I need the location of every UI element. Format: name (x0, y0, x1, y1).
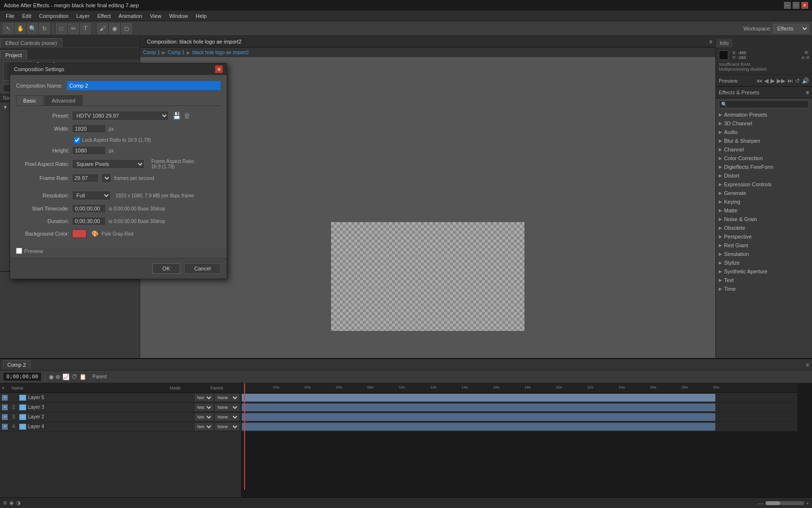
frame-rate-row: Frame Rate: ▼ frames per second (16, 173, 221, 183)
frame-rate-label: Frame Rate: (16, 175, 69, 181)
lock-aspect-row: Lock Aspect Ratio to 16:9 (1.78) (74, 137, 221, 143)
bg-color-name: Pale Gray-Red (102, 231, 133, 237)
pixel-aspect-label: Pixel Aspect Ratio: (16, 161, 69, 167)
preset-select[interactable]: HDTV 1080 29.97 (72, 111, 169, 120)
preview-checkbox-label: Preview (24, 248, 43, 254)
comp-name-row: Composition Name: (16, 81, 221, 90)
frame-rate-input[interactable] (72, 174, 99, 182)
dialog-titlebar: Composition Settings ✕ (10, 63, 227, 75)
frame-aspect-value: 16:9 (1.78) (151, 164, 195, 169)
start-timecode-row: Start Timecode: is 0:00:00:00 Base 30dro… (16, 204, 221, 213)
frame-rate-select[interactable]: ▼ (102, 173, 111, 183)
height-row: Height: px (16, 146, 221, 155)
frame-aspect-block: Frame Aspect Ratio: 16:9 (1.78) (151, 159, 195, 169)
duration-input[interactable] (72, 217, 106, 225)
comp-name-input[interactable] (67, 81, 221, 90)
aspect-row: Pixel Aspect Ratio: Square Pixels Frame … (16, 159, 221, 169)
bg-color-label: Background Color: (16, 231, 69, 237)
lock-aspect-label: Lock Aspect Ratio to 16:9 (1.78) (82, 137, 151, 143)
bg-color-row: Background Color: 🎨 Pale Gray-Red (16, 229, 221, 238)
ok-button[interactable]: OK (152, 263, 180, 274)
dialog-body: Composition Name: Basic Advanced Preset:… (10, 75, 227, 248)
composition-settings-dialog: Composition Settings ✕ Composition Name:… (10, 63, 227, 279)
bg-color-swatch[interactable] (72, 229, 87, 238)
preview-checkbox[interactable] (16, 248, 22, 254)
preview-section: Preview (10, 248, 227, 258)
pixel-aspect-select[interactable]: Square Pixels (72, 159, 145, 169)
comp-name-label: Composition Name: (16, 83, 63, 89)
bg-color-picker-btn[interactable]: 🎨 (91, 230, 99, 237)
dialog-tab-basic[interactable]: Basic (16, 95, 44, 105)
frame-aspect-label: Frame Aspect Ratio: (151, 159, 195, 164)
preset-label: Preset: (16, 113, 69, 119)
cancel-button[interactable]: Cancel (184, 263, 221, 274)
start-timecode-label: Start Timecode: (16, 206, 69, 211)
resolution-row: Resolution: Full Half Quarter 1920 x 108… (16, 191, 221, 200)
duration-row: Duration: is 0:00:30:00 Base 30drop (16, 217, 221, 225)
height-input[interactable] (72, 146, 106, 155)
dialog-title: Composition Settings (14, 66, 64, 72)
preset-delete-btn[interactable]: 🗑 (184, 112, 190, 120)
fps-label: frames per second (114, 176, 154, 181)
duration-info: is 0:00:30:00 Base 30drop (109, 219, 165, 224)
dialog-close-button[interactable]: ✕ (215, 65, 223, 73)
width-input[interactable] (72, 124, 106, 133)
start-timecode-info: is 0:00:00:00 Base 30drop (109, 206, 165, 211)
height-unit: px (109, 148, 114, 153)
preset-row: Preset: HDTV 1080 29.97 💾 🗑 (16, 111, 221, 120)
resolution-info: 1920 x 1080, 7.9 MB per 8bpc frame (116, 193, 194, 198)
spacer-1 (16, 187, 221, 191)
start-timecode-input[interactable] (72, 204, 106, 213)
resolution-label: Resolution: (16, 193, 69, 198)
dialog-overlay: Composition Settings ✕ Composition Name:… (0, 0, 812, 508)
dialog-tabs: Basic Advanced (16, 95, 221, 106)
height-label: Height: (16, 148, 69, 153)
preset-save-btn[interactable]: 💾 (173, 112, 181, 120)
dialog-tab-advanced[interactable]: Advanced (44, 95, 83, 105)
width-label: Width: (16, 126, 69, 132)
resolution-select[interactable]: Full Half Quarter (72, 191, 111, 200)
lock-aspect-checkbox[interactable] (74, 137, 80, 143)
width-unit: px (109, 126, 114, 132)
dialog-footer: OK Cancel (10, 258, 227, 279)
duration-label: Duration: (16, 218, 69, 224)
width-row: Width: px (16, 124, 221, 133)
